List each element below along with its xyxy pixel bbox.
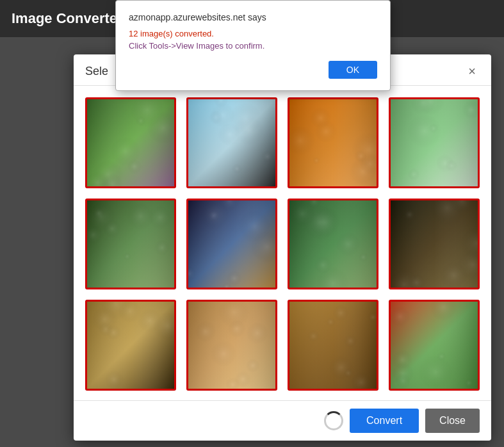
convert-button[interactable]: Convert xyxy=(350,409,419,433)
close-footer-button[interactable]: Close xyxy=(425,409,480,433)
dialog-title: Sele xyxy=(85,65,108,78)
image-cell[interactable] xyxy=(85,97,176,188)
image-cell[interactable] xyxy=(288,300,378,391)
dialog-close-button[interactable]: × xyxy=(464,63,480,79)
image-cell[interactable] xyxy=(389,300,480,391)
loading-spinner xyxy=(324,411,343,430)
image-cell[interactable] xyxy=(186,300,277,391)
image-cell[interactable] xyxy=(85,300,176,391)
image-grid xyxy=(74,86,491,400)
image-cell[interactable] xyxy=(186,199,277,289)
image-cell[interactable] xyxy=(389,199,480,289)
image-cell[interactable] xyxy=(389,97,480,188)
alert-dialog-title: azmonapp.azurewebsites.net says xyxy=(129,12,377,22)
alert-message2: Click Tools->View Images to confirm. xyxy=(129,41,377,51)
alert-footer: OK xyxy=(129,61,377,79)
image-cell[interactable] xyxy=(85,199,176,289)
alert-dialog: azmonapp.azurewebsites.net says 12 image… xyxy=(115,0,391,91)
ok-button[interactable]: OK xyxy=(329,61,377,79)
image-cell[interactable] xyxy=(186,97,277,188)
image-cell[interactable] xyxy=(288,97,378,188)
alert-message1: 12 image(s) converted. xyxy=(129,29,377,38)
main-dialog: Sele × Convert Close xyxy=(74,54,491,441)
image-cell[interactable] xyxy=(288,199,378,289)
dialog-footer: Convert Close xyxy=(74,400,491,441)
app-title: Image Converter xyxy=(12,10,123,27)
